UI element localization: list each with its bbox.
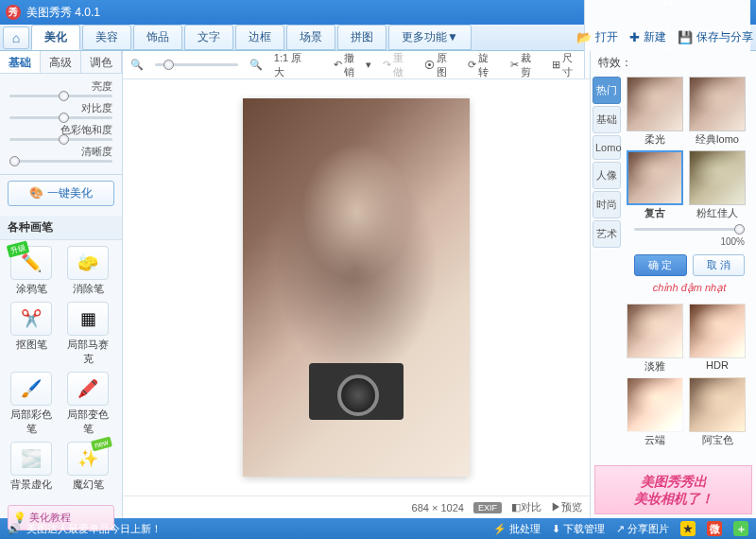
fx-pink[interactable]: 粉红佳人 (689, 150, 746, 220)
center-area: 🔍 🔍 1:1 原大 ↶撤销▾ ↷重做 ⦿原图 ⟳旋转 ✂裁剪 ⊞尺寸 684 … (123, 51, 590, 518)
news-ticker[interactable]: 美图达人最爱单品今日上新！ (26, 522, 162, 536)
fx-abao[interactable]: 阿宝色 (689, 377, 746, 447)
compare-button[interactable]: ◧对比 (511, 500, 541, 514)
left-tab-color[interactable]: 调色 (81, 51, 122, 73)
fx-cat-art[interactable]: 艺术 (593, 220, 621, 248)
share-button[interactable]: ↗分享图片 (616, 522, 669, 536)
zoom-label[interactable]: 1:1 原大 (274, 51, 311, 79)
tab-scene[interactable]: 场景 (286, 25, 335, 50)
photo-preview (243, 98, 470, 477)
tab-text[interactable]: 文字 (184, 25, 233, 50)
batch-button[interactable]: ⚡批处理 (493, 522, 541, 536)
fx-cat-basic[interactable]: 基础 (593, 106, 621, 133)
one-key-beautify-button[interactable]: 🎨 一键美化 (8, 181, 114, 206)
left-tab-advanced[interactable]: 高级 (41, 51, 81, 73)
canvas[interactable] (123, 79, 590, 496)
save-icon: 💾 (678, 30, 693, 44)
app-title: 美图秀秀 4.0.1 (26, 5, 584, 21)
open-button[interactable]: 📂打开 (576, 29, 618, 45)
dimensions-label: 684 × 1024 (412, 502, 464, 513)
fx-percent: 100% (634, 236, 745, 247)
brush-magic[interactable]: new✨魔幻笔 (62, 442, 113, 492)
brush-recolor[interactable]: 🖍️局部变色笔 (62, 372, 113, 436)
saturation-slider[interactable] (9, 138, 112, 141)
tab-beautify[interactable]: 美化 (31, 25, 80, 50)
crop-button[interactable]: ✂裁剪 (510, 51, 541, 79)
promo-banner[interactable]: 美图秀秀出 美妆相机了！ (594, 465, 752, 514)
app-logo: 秀 (6, 5, 21, 20)
left-tab-basic[interactable]: 基础 (0, 51, 41, 73)
redo-button[interactable]: ↷重做 (383, 51, 413, 79)
fx-cloud[interactable]: 云端 (627, 377, 683, 447)
left-panel: 基础 高级 调色 亮度 对比度 色彩饱和度 清晰度 🎨 一键美化 各种画笔 升级… (0, 51, 123, 518)
new-button[interactable]: ✚新建 (629, 29, 666, 45)
sound-icon[interactable]: 🔊 (8, 523, 21, 535)
fx-cat-hot[interactable]: 热门 (593, 77, 621, 104)
fx-intensity-slider[interactable] (634, 228, 745, 231)
qzone-icon[interactable]: ★ (680, 521, 696, 536)
fx-ok-button[interactable]: 确 定 (634, 254, 686, 276)
brushes-title: 各种画笔 (0, 216, 122, 240)
original-button[interactable]: ⦿原图 (424, 51, 456, 79)
exif-button[interactable]: EXIF (473, 502, 502, 513)
sharpness-label: 清晰度 (9, 145, 112, 159)
undo-button[interactable]: ↶撤销▾ (334, 51, 371, 79)
fx-lomo[interactable]: 经典lomo (689, 77, 746, 147)
effects-panel: 特效： 热门 基础 Lomo 人像 时尚 艺术 柔光 经典lomo 复古 粉红佳… (590, 51, 756, 518)
brightness-slider[interactable] (9, 95, 112, 97)
save-button[interactable]: 💾保存与分享 (678, 29, 753, 45)
contrast-slider[interactable] (9, 116, 112, 119)
home-icon[interactable]: ⌂ (3, 26, 29, 49)
fx-cat-fashion[interactable]: 时尚 (593, 191, 621, 218)
download-button[interactable]: ⬇下载管理 (552, 522, 605, 536)
fx-cat-portrait[interactable]: 人像 (593, 162, 621, 189)
fx-cat-lomo[interactable]: Lomo (593, 135, 621, 160)
plus-icon: ✚ (629, 30, 640, 44)
fx-elegant[interactable]: 淡雅 (627, 304, 683, 374)
brush-cutout[interactable]: ✂️抠图笔 (6, 302, 57, 366)
tab-more[interactable]: 更多功能▼ (388, 25, 472, 50)
fx-retro[interactable]: 复古 (627, 150, 683, 220)
brush-eraser[interactable]: 🧽消除笔 (62, 246, 113, 296)
fx-hdr[interactable]: HDR (689, 304, 746, 374)
add-icon[interactable]: ＋ (733, 521, 748, 536)
sharpness-slider[interactable] (9, 160, 112, 163)
brush-mosaic[interactable]: ▦局部马赛克 (62, 302, 113, 366)
zoom-out-icon[interactable]: 🔍 (130, 59, 144, 71)
fx-note: chỉnh đậm nhạt (627, 280, 752, 296)
fx-cancel-button[interactable]: 取 消 (693, 254, 745, 276)
zoom-in-icon[interactable]: 🔍 (249, 59, 263, 71)
tab-frame[interactable]: 边框 (235, 25, 284, 50)
rotate-button[interactable]: ⟳旋转 (468, 51, 498, 79)
titlebar: 秀 美图秀秀 4.0.1 登录 | 💬 ⧉ | — □ ✕ (0, 0, 756, 25)
folder-icon: 📂 (576, 30, 592, 44)
fx-soft[interactable]: 柔光 (627, 77, 683, 147)
tab-accessory[interactable]: 饰品 (133, 25, 182, 50)
brush-blur[interactable]: 🌫️背景虚化 (6, 442, 57, 492)
preview-button[interactable]: ▶预览 (551, 500, 582, 514)
canvas-toolbar: 🔍 🔍 1:1 原大 ↶撤销▾ ↷重做 ⦿原图 ⟳旋转 ✂裁剪 ⊞尺寸 (123, 51, 590, 79)
tab-collage[interactable]: 拼图 (337, 25, 387, 50)
tab-cosmetic[interactable]: 美容 (82, 25, 131, 50)
statusbar: 🔊 美图达人最爱单品今日上新！ ⚡批处理 ⬇下载管理 ↗分享图片 ★ 微 ＋ (0, 518, 756, 539)
brush-doodle[interactable]: 升级✏️涂鸦笔 (6, 246, 57, 296)
brush-color[interactable]: 🖌️局部彩色笔 (6, 372, 57, 436)
effects-title: 特效： (591, 51, 756, 75)
weibo-icon[interactable]: 微 (707, 521, 722, 536)
window-icon[interactable]: ⧉ (663, 0, 672, 9)
size-button[interactable]: ⊞尺寸 (552, 51, 582, 79)
zoom-slider[interactable] (155, 63, 238, 66)
